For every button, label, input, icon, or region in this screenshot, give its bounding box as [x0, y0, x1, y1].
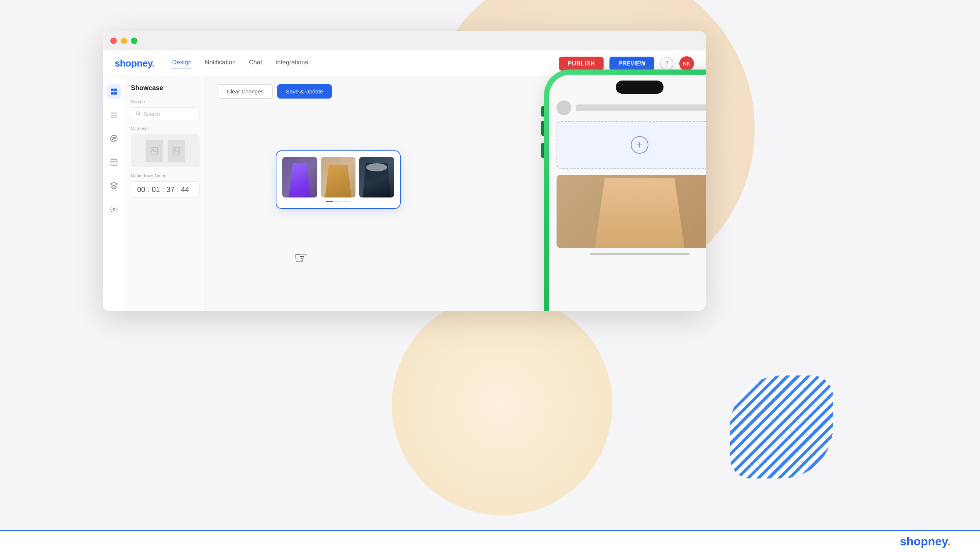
nav-tab-integrations[interactable]: Integrations: [275, 59, 308, 69]
countdown-minutes: 01: [152, 185, 160, 194]
carousel-dot-1: [326, 201, 333, 202]
search-icon: [136, 111, 141, 117]
sidebar-icons: [103, 77, 125, 311]
nav-tab-chat[interactable]: Chat: [249, 59, 262, 69]
countdown-sep-3: :: [177, 185, 179, 194]
svg-rect-0: [111, 89, 113, 91]
nav-tab-notification[interactable]: Notification: [205, 59, 235, 69]
phone-screen: +: [549, 75, 706, 311]
countdown-display: 00 : 01 : 37 : 44: [131, 181, 200, 198]
phone-mockup: +: [544, 70, 706, 311]
phone-silent-switch: [541, 106, 544, 116]
phone-content: +: [549, 75, 706, 311]
fashion-figure-hat: [322, 165, 354, 198]
sunglasses-accent: [366, 163, 387, 171]
preview-button[interactable]: PREVIEW: [609, 57, 654, 70]
svg-point-13: [113, 208, 115, 211]
carousel-img-placeholder-1: [146, 140, 163, 162]
svg-point-17: [153, 149, 154, 150]
phone-header-bar: [576, 104, 706, 111]
phone-bottom-bar: [590, 253, 689, 255]
phone-product-image: [557, 175, 706, 248]
countdown-label: Countdown Timer: [131, 173, 200, 179]
phone-add-box[interactable]: +: [557, 121, 706, 169]
svg-point-19: [175, 149, 176, 150]
logo-dot: .: [152, 58, 154, 69]
phone-plus-symbol: +: [637, 139, 643, 151]
phone-add-icon: +: [631, 136, 648, 154]
countdown-section: Countdown Timer 00 : 01 : 37 : 44: [131, 173, 200, 198]
preview-area: Clear Changes Save & Update: [206, 77, 706, 311]
countdown-hours: 00: [137, 185, 145, 194]
traffic-light-yellow[interactable]: [121, 38, 127, 44]
phone-vol-up: [541, 121, 544, 136]
sidebar-icon-grid[interactable]: [107, 84, 121, 99]
svg-line-15: [139, 114, 140, 115]
footer-logo: shopney.: [900, 535, 951, 548]
carousel-section-label: Carousel: [131, 126, 200, 131]
traffic-light-green[interactable]: [131, 38, 137, 44]
app-body: Showcase Search Search Carousel: [103, 77, 706, 311]
countdown-sep-2: :: [162, 185, 164, 194]
svg-point-14: [136, 112, 140, 115]
countdown-sep-1: :: [147, 185, 150, 194]
countdown-frames: 44: [181, 185, 189, 194]
carousel-dots: [282, 201, 394, 202]
sidebar-icon-settings[interactable]: [107, 202, 121, 217]
carousel-item-2[interactable]: [321, 157, 356, 198]
phone-avatar-circle: [557, 101, 571, 115]
sidebar-icon-theme[interactable]: [107, 131, 121, 146]
publish-button[interactable]: PUBLISH: [559, 57, 604, 70]
traffic-light-red[interactable]: [110, 38, 117, 44]
svg-rect-3: [114, 92, 116, 94]
showcase-panel: Showcase Search Search Carousel: [125, 77, 206, 311]
carousel-dot-3: [343, 201, 351, 202]
carousel-popup: [276, 150, 401, 209]
svg-rect-18: [173, 147, 180, 154]
app-logo: shopney.: [115, 58, 154, 69]
carousel-popup-items: [282, 157, 394, 198]
phone-outer: +: [544, 70, 706, 311]
svg-point-8: [113, 137, 114, 138]
footer-logo-dot: .: [947, 535, 951, 548]
carousel-item-1[interactable]: [282, 157, 317, 198]
header-actions: PUBLISH PREVIEW ? KK: [559, 56, 694, 71]
footer: shopney.: [0, 530, 980, 552]
fashion-figure-purple-dress: [286, 163, 313, 198]
browser-window: shopney. Design Notification Chat Integr…: [103, 31, 706, 311]
svg-rect-16: [151, 147, 158, 154]
phone-product-person: [590, 179, 689, 248]
save-update-button[interactable]: Save & Update: [277, 84, 332, 99]
svg-point-7: [112, 139, 113, 140]
clear-changes-button[interactable]: Clear Changes: [218, 84, 273, 99]
help-icon[interactable]: ?: [660, 57, 673, 70]
search-section-label: Search: [131, 99, 200, 104]
help-question-mark: ?: [665, 60, 669, 67]
countdown-seconds: 37: [167, 185, 175, 194]
sidebar-icon-menu[interactable]: [107, 108, 121, 123]
phone-header-row: [557, 101, 706, 115]
carousel-placeholder: [131, 134, 200, 168]
bg-stripe-block: [730, 375, 833, 479]
sidebar-icon-box[interactable]: [107, 179, 121, 193]
phone-notch: [616, 81, 663, 94]
sidebar-icon-layout[interactable]: [107, 155, 121, 169]
svg-rect-1: [114, 89, 116, 91]
cursor: ☞: [294, 248, 312, 270]
search-bar[interactable]: Search: [131, 107, 200, 120]
carousel-section: [131, 134, 200, 168]
main-nav: Design Notification Chat Integrations: [172, 59, 559, 69]
carousel-dot-2: [334, 201, 342, 202]
carousel-img-placeholder-2: [168, 140, 185, 162]
bg-circle-medium: [392, 295, 612, 515]
svg-point-9: [115, 137, 115, 139]
nav-tab-design[interactable]: Design: [172, 59, 191, 69]
search-placeholder: Search: [144, 111, 160, 117]
browser-chrome: [103, 31, 706, 50]
panel-title: Showcase: [131, 84, 200, 92]
phone-vol-down: [541, 143, 544, 158]
carousel-item-3[interactable]: [359, 157, 394, 198]
svg-rect-2: [111, 92, 113, 94]
avatar[interactable]: KK: [679, 56, 694, 71]
